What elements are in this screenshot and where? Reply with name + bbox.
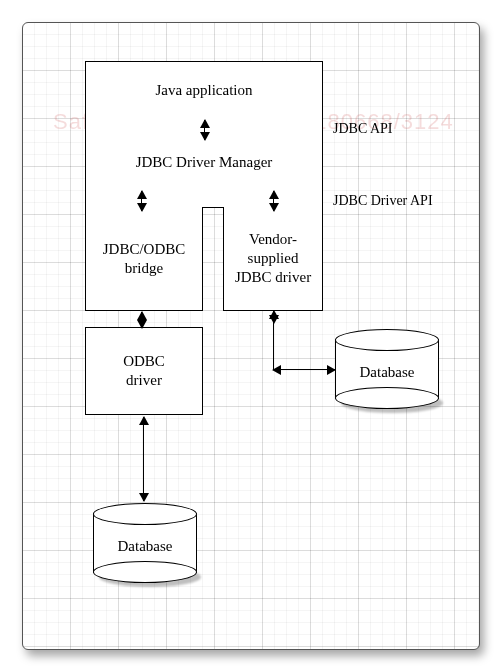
label-database-left: Database — [93, 538, 197, 555]
box-odbc-driver: ODBC driver — [85, 327, 203, 415]
diagram-layer: Safari Books Online : 52180668/3124 Java… — [23, 23, 479, 649]
label-jdbc-api: JDBC API — [333, 121, 393, 137]
box-java-application: Java application — [85, 61, 323, 119]
arrow-app-manager — [204, 120, 205, 140]
diagram-frame: Safari Books Online : 52180668/3124 Java… — [22, 22, 480, 650]
box-jdbc-driver-manager: JDBC Driver Manager — [85, 137, 323, 189]
arrow-manager-vendor — [273, 191, 274, 211]
label-java-application: Java application — [155, 81, 252, 100]
arrow-vendor-down-head — [273, 311, 274, 323]
label-vendor-driver: Vendor- supplied JDBC driver — [235, 230, 311, 286]
label-jdbc-odbc-bridge: JDBC/ODBC bridge — [103, 240, 186, 278]
arrow-odbc-db — [143, 417, 144, 501]
cylinder-database-left: Database — [93, 503, 197, 583]
box-jdbc-odbc-bridge: JDBC/ODBC bridge — [85, 207, 203, 311]
arrow-vendor-db — [273, 369, 335, 370]
box-vendor-driver: Vendor- supplied JDBC driver — [223, 207, 323, 311]
label-jdbc-driver-manager: JDBC Driver Manager — [136, 153, 273, 172]
label-database-right: Database — [335, 364, 439, 381]
arrow-bridge-odbc — [141, 312, 142, 328]
box-jdbc-driver-api-gap — [85, 188, 323, 208]
label-odbc-driver: ODBC driver — [123, 352, 165, 390]
label-jdbc-driver-api: JDBC Driver API — [333, 193, 433, 209]
arrow-manager-bridge — [141, 191, 142, 211]
cylinder-database-right: Database — [335, 329, 439, 409]
